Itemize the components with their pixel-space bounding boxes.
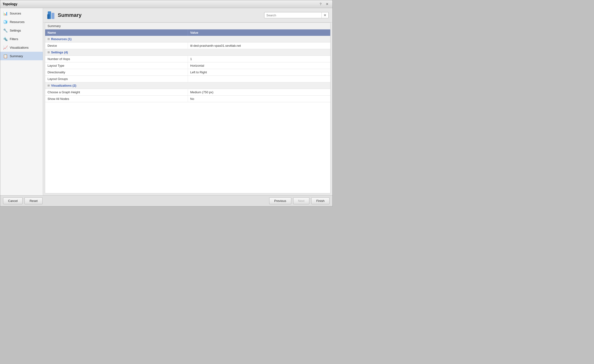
title-bar-title: Topology — [3, 2, 17, 6]
cancel-button[interactable]: Cancel — [3, 197, 23, 204]
resources-icon: 🧊 — [3, 20, 8, 24]
main-area: 📊 Sources 🧊 Resources 🔧 Settings 🔩 Filte… — [0, 8, 332, 195]
cell-graphheight-name: Choose a Graph Height — [45, 89, 188, 95]
table-row: Choose a Graph Height Medium (750 px) — [45, 89, 330, 96]
collapse-resources-icon: ⊟ — [47, 38, 50, 41]
sidebar-label-summary: Summary — [10, 54, 23, 58]
sidebar-label-settings: Settings — [10, 29, 21, 32]
sidebar-item-resources[interactable]: 🧊 Resources — [0, 18, 43, 26]
col-value-header: Value — [188, 29, 331, 36]
table-row: Show All Nodes No — [45, 96, 330, 102]
content-title-icon — [47, 11, 55, 20]
section-settings-title: Settings (4) — [51, 51, 68, 54]
search-box: ✕ — [264, 12, 329, 18]
section-settings-header[interactable]: ⊟ Settings (4) — [45, 49, 330, 56]
cell-groups-value — [188, 76, 331, 82]
section-resources-header[interactable]: ⊟ Resources (1) — [45, 36, 330, 42]
footer-left-buttons: Cancel Reset — [3, 197, 42, 204]
cell-shownodes-name: Show All Nodes — [45, 96, 188, 102]
table-row: Directionality Left to Right — [45, 69, 330, 76]
section-visualizations-header[interactable]: ⊟ Visualizations (2) — [45, 82, 330, 89]
table-row: Layout Groups — [45, 76, 330, 82]
previous-button[interactable]: Previous — [269, 197, 291, 204]
dialog-title: Topology — [3, 2, 17, 6]
sidebar-item-visualizations[interactable]: 📈 Visualizations — [0, 43, 43, 52]
table-header: Name Value — [45, 29, 330, 36]
help-button[interactable]: ? — [318, 2, 323, 6]
sidebar: 📊 Sources 🧊 Resources 🔧 Settings 🔩 Filte… — [0, 8, 43, 195]
svg-rect-2 — [47, 14, 50, 19]
col-name-header: Name — [45, 29, 188, 36]
sidebar-label-resources: Resources — [10, 20, 25, 24]
footer-right-buttons: Previous Next Finish — [269, 197, 330, 204]
section-visualizations-title: Visualizations (2) — [51, 84, 76, 87]
table-row: Layout Type Horizontal — [45, 62, 330, 69]
content-title-text: Summary — [58, 12, 81, 18]
close-button[interactable]: ✕ — [324, 2, 330, 6]
next-button[interactable]: Next — [293, 197, 310, 204]
cell-hops-value: 1 — [188, 56, 331, 62]
footer: Cancel Reset Previous Next Finish — [0, 195, 332, 206]
sidebar-item-sources[interactable]: 📊 Sources — [0, 9, 43, 18]
section-resources-title: Resources (1) — [51, 37, 72, 41]
collapse-visualizations-icon: ⊟ — [47, 84, 50, 87]
sidebar-label-sources: Sources — [10, 12, 21, 15]
sidebar-label-filters: Filters — [10, 37, 18, 41]
content-header: Summary ✕ — [43, 8, 332, 23]
finish-button[interactable]: Finish — [311, 197, 330, 204]
sidebar-item-summary[interactable]: 📋 Summary — [0, 52, 43, 60]
summary-label: Summary — [45, 23, 330, 29]
cell-direction-name: Directionality — [45, 69, 188, 75]
cell-layout-name: Layout Type — [45, 62, 188, 69]
collapse-settings-icon: ⊟ — [47, 51, 50, 54]
sources-icon: 📊 — [3, 11, 8, 16]
summary-label-text: Summary — [47, 24, 61, 28]
cell-graphheight-value: Medium (750 px) — [188, 89, 331, 95]
cell-device-value: itl-ded-prashanth-vpas01.sevitlab.net — [188, 42, 331, 49]
table-row: Number of Hops 1 — [45, 56, 330, 62]
cell-shownodes-value: No — [188, 96, 331, 102]
svg-rect-1 — [52, 13, 54, 19]
cell-layout-value: Horizontal — [188, 62, 331, 69]
filters-icon: 🔩 — [3, 37, 8, 41]
reset-button[interactable]: Reset — [25, 197, 42, 204]
sidebar-item-settings[interactable]: 🔧 Settings — [0, 26, 43, 35]
visualizations-icon: 📈 — [3, 45, 8, 50]
summary-icon: 📋 — [3, 54, 8, 58]
search-clear-button[interactable]: ✕ — [322, 12, 328, 18]
sidebar-item-filters[interactable]: 🔩 Filters — [0, 35, 43, 43]
cell-direction-value: Left to Right — [188, 69, 331, 75]
title-bar: Topology ? ✕ — [0, 0, 332, 8]
settings-icon: 🔧 — [3, 28, 8, 33]
content-title: Summary — [47, 11, 81, 20]
cell-groups-name: Layout Groups — [45, 76, 188, 82]
topology-dialog: Topology ? ✕ 📊 Sources 🧊 Resources 🔧 Set… — [0, 0, 333, 207]
content-area: Summary ✕ Summary Name Value — [43, 8, 332, 195]
search-input[interactable] — [264, 13, 322, 18]
table-row: Device itl-ded-prashanth-vpas01.sevitlab… — [45, 42, 330, 49]
sidebar-label-visualizations: Visualizations — [10, 46, 28, 49]
title-bar-controls: ? ✕ — [318, 2, 330, 6]
summary-table: Summary Name Value ⊟ Resources (1) Devic… — [45, 23, 331, 193]
cell-hops-name: Number of Hops — [45, 56, 188, 62]
cell-device-name: Device — [45, 42, 188, 49]
